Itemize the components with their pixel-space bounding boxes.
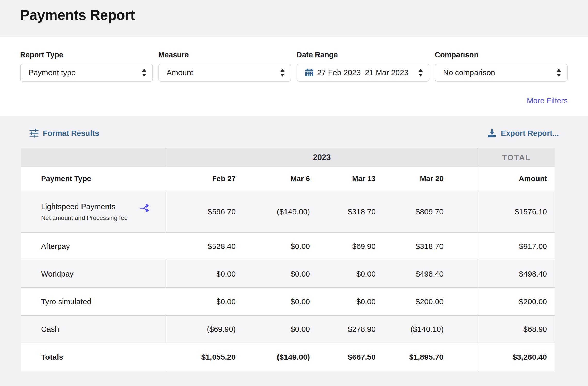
totals-label: Totals: [21, 343, 166, 371]
cell-row-total: $68.90: [478, 315, 555, 343]
stepper-icon: [419, 69, 423, 77]
filters-row: Report Type Payment type Measure Amount …: [20, 51, 568, 82]
cell-row-total: $200.00: [478, 288, 555, 315]
cell-value: $278.90: [318, 315, 384, 343]
cell-value: $318.70: [318, 191, 384, 232]
cell-value: $0.00: [166, 288, 244, 315]
date-range-value-wrap: 27 Feb 2023–21 Mar 2023: [305, 68, 409, 77]
row-label-cell: Lightspeed Payments Net amount and Proce…: [21, 191, 166, 232]
group-header-total: TOTAL: [478, 148, 555, 167]
format-results-button[interactable]: Format Results: [29, 129, 99, 138]
column-header-date: Mar 20: [384, 167, 478, 191]
sliders-icon: [29, 129, 39, 138]
date-range-select[interactable]: 27 Feb 2023–21 Mar 2023: [297, 64, 429, 82]
payments-report-page: Payments Report Report Type Payment type…: [0, 0, 588, 386]
cell-total-value: $1,895.70: [384, 343, 478, 371]
format-results-label: Format Results: [43, 129, 99, 138]
cell-value: $528.40: [166, 232, 244, 260]
stepper-icon: [280, 69, 284, 77]
stepper-icon: [142, 69, 146, 77]
measure-label: Measure: [158, 51, 291, 59]
measure-select[interactable]: Amount: [158, 64, 291, 82]
cell-value: $0.00: [318, 260, 384, 288]
cell-value: $0.00: [244, 288, 318, 315]
results-section: Format Results Export Report...: [0, 116, 588, 386]
cell-value: $200.00: [384, 288, 478, 315]
more-filters-row: More Filters: [20, 96, 568, 105]
table-group-header-row: 2023 TOTAL: [21, 148, 555, 167]
page-title: Payments Report: [20, 7, 588, 23]
results-toolbar: Format Results Export Report...: [29, 128, 559, 138]
row-label: Worldpay: [21, 260, 166, 288]
row-label: Tyro simulated: [21, 288, 166, 315]
cell-value: $0.00: [244, 232, 318, 260]
table-row-tyro-simulated: Tyro simulated $0.00 $0.00 $0.00 $200.00…: [21, 288, 555, 315]
table-row-cash: Cash ($69.90) $0.00 $278.90 ($140.10) $6…: [21, 315, 555, 343]
download-icon: [487, 128, 497, 138]
more-filters-link[interactable]: More Filters: [527, 96, 568, 105]
comparison-value: No comparison: [443, 68, 495, 77]
filter-group-report-type: Report Type Payment type: [20, 51, 153, 82]
cell-row-total: $917.00: [478, 232, 555, 260]
comparison-label: Comparison: [435, 51, 568, 59]
export-report-button[interactable]: Export Report...: [487, 128, 559, 138]
filter-group-date-range: Date Range: [297, 51, 429, 82]
cell-value: ($69.90): [166, 315, 244, 343]
cell-row-total: $1576.10: [478, 191, 555, 232]
cell-value: $498.40: [384, 260, 478, 288]
group-header-spacer: [21, 148, 166, 167]
cell-value: $809.70: [384, 191, 478, 232]
cell-total-value: $667.50: [318, 343, 384, 371]
column-header-date: Mar 6: [244, 167, 318, 191]
payments-table: 2023 TOTAL Payment Type Feb 27 Mar 6 Mar…: [21, 148, 555, 371]
table-row-lightspeed-payments: Lightspeed Payments Net amount and Proce…: [21, 191, 555, 232]
cell-value: $0.00: [318, 288, 384, 315]
report-type-label: Report Type: [20, 51, 153, 59]
cell-total-value: $1,055.20: [166, 343, 244, 371]
report-type-select[interactable]: Payment type: [20, 64, 153, 82]
column-header-date: Mar 13: [318, 167, 384, 191]
filter-group-comparison: Comparison No comparison: [435, 51, 568, 82]
page-header: Payments Report: [0, 0, 588, 37]
group-header-year: 2023: [166, 148, 478, 167]
cell-row-total: $498.40: [478, 260, 555, 288]
cell-value: ($140.10): [384, 315, 478, 343]
column-header-amount: Amount: [478, 167, 555, 191]
table-row-worldpay: Worldpay $0.00 $0.00 $0.00 $498.40 $498.…: [21, 260, 555, 288]
table-row-afterpay: Afterpay $528.40 $0.00 $69.90 $318.70 $9…: [21, 232, 555, 260]
cell-grand-total: $3,260.40: [478, 343, 555, 371]
cell-value: $596.70: [166, 191, 244, 232]
table-totals-row: Totals $1,055.20 ($149.00) $667.50 $1,89…: [21, 343, 555, 371]
calendar-icon: [305, 68, 314, 77]
cell-value: $0.00: [166, 260, 244, 288]
drill-split-icon[interactable]: [140, 202, 152, 214]
export-report-label: Export Report...: [501, 129, 559, 138]
column-header-payment-type: Payment Type: [21, 167, 166, 191]
table-column-header-row: Payment Type Feb 27 Mar 6 Mar 13 Mar 20 …: [21, 167, 555, 191]
cell-total-value: ($149.00): [244, 343, 318, 371]
cell-value: $0.00: [244, 260, 318, 288]
cell-value: $318.70: [384, 232, 478, 260]
column-header-date: Feb 27: [166, 167, 244, 191]
cell-value: $0.00: [244, 315, 318, 343]
cell-value: $69.90: [318, 232, 384, 260]
measure-value: Amount: [167, 68, 193, 77]
filters-section: Report Type Payment type Measure Amount …: [0, 37, 588, 116]
stepper-icon: [557, 69, 561, 77]
report-type-value: Payment type: [28, 68, 76, 77]
row-label: Cash: [21, 315, 166, 343]
row-label: Afterpay: [21, 232, 166, 260]
cell-value: ($149.00): [244, 191, 318, 232]
date-range-value: 27 Feb 2023–21 Mar 2023: [317, 68, 409, 77]
date-range-label: Date Range: [297, 51, 429, 59]
row-sublabel: Net amount and Processing fee: [41, 214, 166, 222]
filter-group-measure: Measure Amount: [158, 51, 291, 82]
comparison-select[interactable]: No comparison: [435, 64, 568, 82]
